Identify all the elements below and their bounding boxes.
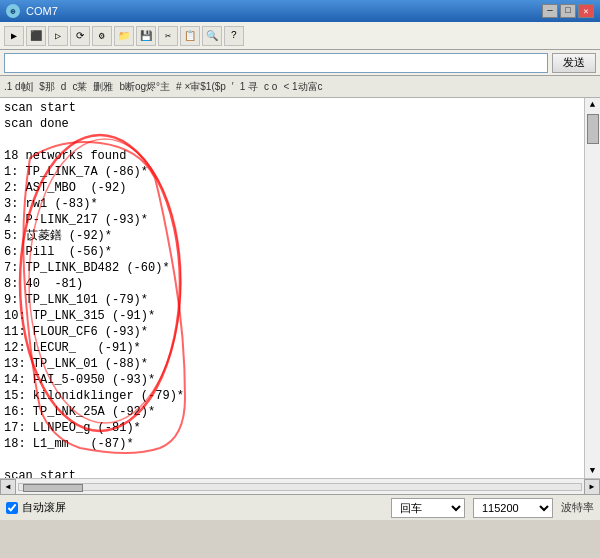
input-bar: 发送 (0, 50, 600, 76)
terminal-line (4, 452, 580, 468)
vertical-scrollbar[interactable]: ▲ ▼ (584, 98, 600, 478)
terminal-content: scan startscan done 18 networks found1: … (4, 100, 580, 478)
hscroll-track (18, 483, 582, 491)
line-ending-select[interactable]: 回车 换行 回车换行 无 (391, 498, 465, 518)
terminal-line: scan start (4, 100, 580, 116)
minimize-button[interactable]: — (542, 4, 558, 18)
toolbar-btn-3[interactable]: ▷ (48, 26, 68, 46)
toolbar-btn-6[interactable]: 📁 (114, 26, 134, 46)
terminal-line: 8: 40 -81) (4, 276, 580, 292)
terminal-line: 18: L1_mm (-87)* (4, 436, 580, 452)
app-icon: ⊕ (6, 4, 20, 18)
col-header-2: $那 (39, 80, 55, 94)
toolbar-btn-9[interactable]: 📋 (180, 26, 200, 46)
col-header-5: 删雅 (93, 80, 113, 94)
autoscroll-label: 自动滚屏 (22, 500, 66, 515)
col-header-4: c莱 (72, 80, 87, 94)
col-header-1: .1 d帧| (4, 80, 33, 94)
serial-input[interactable] (4, 53, 548, 73)
baud-rate-select[interactable]: 9600 19200 38400 57600 115200 230400 (473, 498, 553, 518)
terminal-line: 14: FAI_5-0950 (-93)* (4, 372, 580, 388)
toolbar-btn-1[interactable]: ▶ (4, 26, 24, 46)
send-button[interactable]: 发送 (552, 53, 596, 73)
title-bar: ⊕ COM7 — □ ✕ (0, 0, 600, 22)
hscroll-left-btn[interactable]: ◀ (0, 479, 16, 495)
terminal-wrapper: scan startscan done 18 networks found1: … (0, 98, 600, 478)
hscroll-thumb[interactable] (23, 484, 83, 492)
terminal-area: scan startscan done 18 networks found1: … (0, 98, 584, 478)
toolbar-btn-8[interactable]: ✂ (158, 26, 178, 46)
toolbar-btn-7[interactable]: 💾 (136, 26, 156, 46)
terminal-line: 4: P-LINK_217 (-93)* (4, 212, 580, 228)
close-button[interactable]: ✕ (578, 4, 594, 18)
scroll-up-btn[interactable]: ▲ (588, 98, 597, 112)
toolbar-btn-11[interactable]: ? (224, 26, 244, 46)
terminal-line: 12: LECUR_ (-91)* (4, 340, 580, 356)
toolbar-btn-4[interactable]: ⟳ (70, 26, 90, 46)
scroll-thumb[interactable] (587, 114, 599, 144)
terminal-line: 15: kilonidklinger (-79)* (4, 388, 580, 404)
scroll-down-btn[interactable]: ▼ (588, 464, 597, 478)
toolbar-icons: ▶ ⬛ ▷ ⟳ ⚙ 📁 💾 ✂ 📋 🔍 ? (4, 26, 596, 46)
window-title: COM7 (26, 5, 58, 17)
terminal-line: 9: TP_LNK_101 (-79)* (4, 292, 580, 308)
col-header-9: 1 寻 (240, 80, 258, 94)
maximize-button[interactable]: □ (560, 4, 576, 18)
horizontal-scrollbar: ◀ ▶ (0, 478, 600, 494)
title-bar-left: ⊕ COM7 (6, 4, 58, 18)
autoscroll-checkbox-container: 自动滚屏 (6, 500, 66, 515)
toolbar-btn-5[interactable]: ⚙ (92, 26, 112, 46)
col-header-11: < 1动富c (283, 80, 322, 94)
col-header-10: c o (264, 81, 277, 92)
terminal-line: 6: Pill (-56)* (4, 244, 580, 260)
baud-rate-label: 波特率 (561, 500, 594, 515)
terminal-line: 18 networks found (4, 148, 580, 164)
terminal-line: 3: rw1 (-83)* (4, 196, 580, 212)
toolbar-btn-10[interactable]: 🔍 (202, 26, 222, 46)
autoscroll-checkbox[interactable] (6, 502, 18, 514)
terminal-line: 7: TP_LINK_BD482 (-60)* (4, 260, 580, 276)
terminal-line: 13: TP_LNK_01 (-88)* (4, 356, 580, 372)
terminal-line: scan start (4, 468, 580, 478)
window-controls: — □ ✕ (542, 4, 594, 18)
terminal-line: 2: AST_MBO (-92) (4, 180, 580, 196)
terminal-line: 5: 苡菱鐥 (-92)* (4, 228, 580, 244)
status-bar: 自动滚屏 回车 换行 回车换行 无 9600 19200 38400 57600… (0, 494, 600, 520)
terminal-line: 10: TP_LNK_315 (-91)* (4, 308, 580, 324)
col-header-8: ′ (232, 81, 234, 92)
terminal-line: scan done (4, 116, 580, 132)
terminal-line (4, 132, 580, 148)
terminal-line: 16: TP_LNK_25A (-92)* (4, 404, 580, 420)
col-header-7: # ×审$1($p (176, 80, 226, 94)
terminal-line: 1: TP_LINK_7A (-86)* (4, 164, 580, 180)
terminal-scroll[interactable]: scan startscan done 18 networks found1: … (0, 98, 584, 478)
toolbar-btn-2[interactable]: ⬛ (26, 26, 46, 46)
col-header-3: d (61, 81, 67, 92)
hscroll-right-btn[interactable]: ▶ (584, 479, 600, 495)
col-headers: .1 d帧| $那 d c莱 删雅 b断og烬°主 # ×审$1($p ′ 1 … (0, 76, 600, 98)
toolbar: ▶ ⬛ ▷ ⟳ ⚙ 📁 💾 ✂ 📋 🔍 ? (0, 22, 600, 50)
col-header-6: b断og烬°主 (119, 80, 170, 94)
terminal-line: 17: LLNPEO_g (-81)* (4, 420, 580, 436)
terminal-line: 11: FLOUR_CF6 (-93)* (4, 324, 580, 340)
